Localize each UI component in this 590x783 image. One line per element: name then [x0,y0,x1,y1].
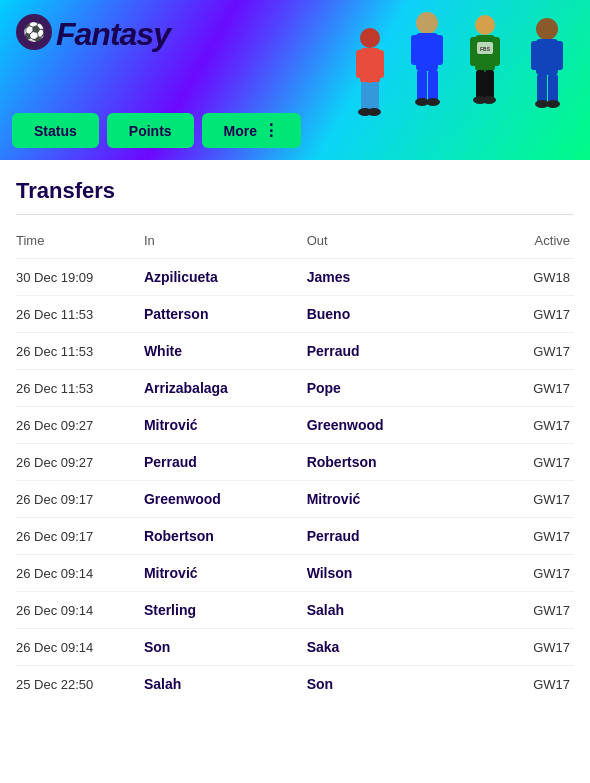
cell-in: Son [144,629,307,666]
cell-active: GW17 [493,444,574,481]
pl-logo-icon: ⚽ [16,14,52,54]
cell-out: Mitrović [307,481,493,518]
more-button[interactable]: More ⋮ [202,113,301,148]
cell-in: Mitrović [144,407,307,444]
cell-in: Greenwood [144,481,307,518]
cell-in: Mitrović [144,555,307,592]
table-row: 26 Dec 09:17RobertsonPerraudGW17 [16,518,574,555]
col-header-in: In [144,229,307,259]
cell-time: 26 Dec 09:14 [16,592,144,629]
table-row: 26 Dec 09:14MitrovićWilsonGW17 [16,555,574,592]
svg-point-25 [482,96,496,104]
svg-text:⚽: ⚽ [23,21,46,43]
cell-out: Perraud [307,333,493,370]
cell-out: Perraud [307,518,493,555]
transfers-table: Time In Out Active 30 Dec 19:09Azpilicue… [16,229,574,702]
logo-text: Fantasy [56,16,170,53]
cell-time: 26 Dec 09:27 [16,444,144,481]
col-header-out: Out [307,229,493,259]
cell-active: GW17 [493,629,574,666]
cell-active: GW17 [493,518,574,555]
cell-time: 26 Dec 11:53 [16,370,144,407]
cell-active: GW17 [493,407,574,444]
nav-bar: Status Points More ⋮ [12,113,301,148]
points-button[interactable]: Points [107,113,194,148]
cell-out: Saka [307,629,493,666]
page-title: Transfers [16,178,574,204]
svg-rect-5 [374,50,384,78]
svg-rect-6 [361,82,370,112]
svg-rect-22 [476,70,485,100]
cell-out: James [307,259,493,296]
cell-active: GW17 [493,370,574,407]
cell-time: 30 Dec 19:09 [16,259,144,296]
svg-rect-33 [548,74,558,104]
cell-time: 26 Dec 09:17 [16,518,144,555]
cell-in: White [144,333,307,370]
table-row: 26 Dec 09:27MitrovićGreenwoodGW17 [16,407,574,444]
cell-in: Azpilicueta [144,259,307,296]
svg-rect-14 [417,70,427,102]
table-row: 26 Dec 09:14SterlingSalahGW17 [16,592,574,629]
header: ⚽ Fantasy [0,0,590,160]
svg-rect-4 [356,50,366,78]
cell-time: 26 Dec 11:53 [16,296,144,333]
table-row: 26 Dec 11:53PattersonBuenoGW17 [16,296,574,333]
status-button[interactable]: Status [12,113,99,148]
cell-time: 26 Dec 09:14 [16,629,144,666]
cell-in: Salah [144,666,307,703]
cell-active: GW17 [493,592,574,629]
cell-out: Bueno [307,296,493,333]
svg-rect-32 [537,74,547,104]
more-label: More [224,123,257,139]
cell-active: GW17 [493,333,574,370]
table-row: 26 Dec 09:27PerraudRobertsonGW17 [16,444,574,481]
cell-in: Perraud [144,444,307,481]
cell-out: Son [307,666,493,703]
svg-rect-7 [370,82,379,112]
table-row: 26 Dec 09:17GreenwoodMitrovićGW17 [16,481,574,518]
table-row: 26 Dec 11:53ArrizabalagaPopeGW17 [16,370,574,407]
table-row: 25 Dec 22:50SalahSonGW17 [16,666,574,703]
cell-active: GW17 [493,555,574,592]
cell-in: Arrizabalaga [144,370,307,407]
cell-in: Patterson [144,296,307,333]
table-header-row: Time In Out Active [16,229,574,259]
table-row: 26 Dec 09:14SonSakaGW17 [16,629,574,666]
svg-point-17 [426,98,440,106]
cell-out: Wilson [307,555,493,592]
cell-in: Sterling [144,592,307,629]
cell-active: GW17 [493,296,574,333]
cell-active: GW17 [493,666,574,703]
svg-rect-23 [485,70,494,100]
col-header-time: Time [16,229,144,259]
cell-in: Robertson [144,518,307,555]
cell-time: 25 Dec 22:50 [16,666,144,703]
cell-out: Salah [307,592,493,629]
table-row: 30 Dec 19:09AzpilicuetaJamesGW18 [16,259,574,296]
col-header-active: Active [493,229,574,259]
table-row: 26 Dec 11:53WhitePerraudGW17 [16,333,574,370]
more-dots-icon: ⋮ [263,121,279,140]
cell-out: Pope [307,370,493,407]
cell-time: 26 Dec 09:14 [16,555,144,592]
logo-area: ⚽ Fantasy [0,0,590,54]
cell-out: Robertson [307,444,493,481]
svg-point-9 [367,108,381,116]
cell-active: GW17 [493,481,574,518]
title-divider [16,214,574,215]
cell-time: 26 Dec 11:53 [16,333,144,370]
cell-active: GW18 [493,259,574,296]
cell-time: 26 Dec 09:27 [16,407,144,444]
svg-point-35 [546,100,560,108]
main-content: Transfers Time In Out Active 30 Dec 19:0… [0,160,590,702]
svg-rect-15 [428,70,438,102]
cell-out: Greenwood [307,407,493,444]
cell-time: 26 Dec 09:17 [16,481,144,518]
